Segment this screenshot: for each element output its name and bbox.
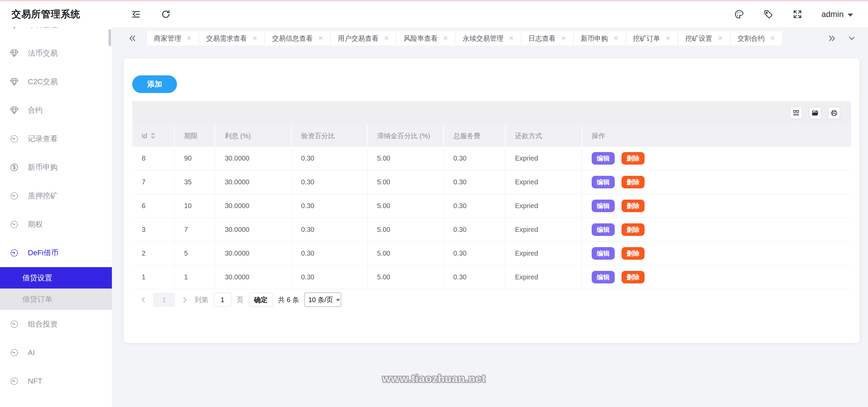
tab-交割合约[interactable]: 交割合约✕: [731, 31, 782, 45]
chevron-down-icon: [847, 34, 856, 43]
page-unit-label: 页: [237, 295, 243, 304]
sidebar: 币种管理法币交易C2C交易合约记录查看新币申购质押挖矿期权DeFi借币借贷设置借…: [0, 27, 112, 407]
column-header-期限: 期限: [175, 125, 215, 147]
delete-button[interactable]: 删除: [622, 271, 645, 283]
print-button[interactable]: [828, 107, 840, 119]
tab-挖矿订单[interactable]: 挖矿订单✕: [626, 31, 677, 45]
delete-button[interactable]: 删除: [622, 247, 645, 260]
tabs-scroll-right-button[interactable]: [827, 34, 837, 43]
sidebar-scrollbar[interactable]: [108, 29, 111, 46]
sidebar-subitem-借贷设置[interactable]: 借贷设置: [0, 267, 112, 289]
tab-交易信息查看[interactable]: 交易信息查看✕: [265, 31, 330, 45]
edit-button[interactable]: 编辑: [592, 200, 615, 212]
tab-交易需求查看[interactable]: 交易需求查看✕: [199, 31, 264, 45]
delete-button[interactable]: 删除: [622, 200, 645, 212]
sidebar-item-C2C交易[interactable]: C2C交易: [0, 68, 112, 96]
tab-close-icon[interactable]: ✕: [318, 35, 323, 41]
table-cell: 7: [132, 170, 175, 194]
column-header-id[interactable]: id: [132, 125, 175, 147]
edit-button[interactable]: 编辑: [592, 176, 615, 188]
sidebar-item-法币交易[interactable]: 法币交易: [0, 39, 112, 68]
theme-palette-button[interactable]: [734, 9, 744, 19]
current-page[interactable]: 1: [153, 293, 175, 307]
confirm-button[interactable]: 确定: [249, 293, 273, 307]
table-row: 89030.00000.305.000.30Expried编辑删除: [132, 147, 851, 170]
goto-page-input[interactable]: [214, 293, 231, 307]
tab-风险率查看[interactable]: 风险率查看✕: [397, 31, 455, 45]
sidebar-item-质押挖矿[interactable]: 质押挖矿: [0, 182, 112, 210]
table-row: 3730.00000.305.000.30Expired编辑删除: [132, 218, 851, 242]
tabs-scroll-left-button[interactable]: [127, 34, 137, 43]
tabs-dropdown-button[interactable]: [847, 34, 856, 43]
gem-icon: [9, 77, 19, 87]
tab-label: 日志查看: [529, 34, 556, 43]
sidebar-item-记录查看[interactable]: 记录查看: [0, 125, 112, 153]
tab-close-icon[interactable]: ✕: [666, 35, 671, 41]
edit-button[interactable]: 编辑: [592, 247, 615, 260]
refresh-button[interactable]: [161, 9, 171, 19]
page-size-select[interactable]: 10 条/页: [304, 293, 341, 307]
tab-close-icon[interactable]: ✕: [443, 35, 448, 41]
table-cell: 5.00: [368, 218, 444, 241]
tab-日志查看[interactable]: 日志查看✕: [522, 31, 573, 45]
table-cell: 0.30: [444, 265, 506, 289]
tab-close-icon[interactable]: ✕: [509, 35, 514, 41]
tab-close-icon[interactable]: ✕: [186, 35, 192, 41]
export-button[interactable]: [809, 107, 821, 119]
tab-close-icon[interactable]: ✕: [718, 35, 723, 41]
column-header-总服务费: 总服务费: [444, 125, 506, 147]
tab-close-icon[interactable]: ✕: [384, 35, 389, 41]
next-page-button[interactable]: [180, 295, 189, 304]
column-label: 利息 (%): [225, 131, 251, 141]
table-cell: 0.30: [292, 218, 368, 241]
export-icon: [811, 109, 819, 117]
sidebar-item-AI[interactable]: AI: [0, 338, 112, 367]
sidebar-item-合约[interactable]: 合约: [0, 96, 112, 125]
tab-挖矿设置[interactable]: 挖矿设置✕: [678, 31, 730, 45]
column-header-验资百分比: 验资百分比: [292, 125, 368, 147]
sort-carets-icon[interactable]: [151, 132, 155, 139]
tab-close-icon[interactable]: ✕: [252, 35, 257, 41]
timer-icon: [9, 191, 19, 201]
sidebar-collapse-button[interactable]: [131, 9, 141, 19]
delete-button[interactable]: 删除: [622, 152, 645, 165]
column-label: 滞纳金百分比 (%): [377, 131, 430, 141]
main-area: 商家管理✕交易需求查看✕交易信息查看✕用户交易查看✕风险率查看✕永续交易管理✕日…: [112, 27, 868, 407]
edit-button[interactable]: 编辑: [592, 223, 615, 236]
table-header: id期限利息 (%)验资百分比滞纳金百分比 (%)总服务费还款方式操作: [132, 125, 851, 147]
delete-button[interactable]: 删除: [622, 223, 645, 236]
column-header-还款方式: 还款方式: [506, 125, 582, 147]
column-display-button[interactable]: [790, 107, 802, 119]
sidebar-item-NFT[interactable]: NFT: [0, 367, 112, 395]
tag-button[interactable]: [763, 9, 773, 19]
sidebar-item-组合投资[interactable]: 组合投资: [0, 310, 112, 338]
tab-label: 永续交易管理: [462, 34, 503, 43]
column-display-icon: [792, 109, 800, 117]
prev-page-button[interactable]: [139, 295, 148, 304]
edit-button[interactable]: 编辑: [592, 152, 615, 165]
fullscreen-button[interactable]: [792, 9, 803, 19]
column-label: 操作: [592, 131, 605, 141]
tab-永续交易管理[interactable]: 永续交易管理✕: [456, 31, 520, 45]
tab-close-icon[interactable]: ✕: [561, 35, 566, 41]
tab-新币申购[interactable]: 新币申购✕: [574, 31, 625, 45]
edit-button[interactable]: 编辑: [592, 271, 615, 283]
sidebar-item-期权[interactable]: 期权: [0, 210, 112, 239]
sidebar-subitem-借贷订单[interactable]: 借贷订单: [0, 289, 112, 310]
tab-close-icon[interactable]: ✕: [613, 35, 618, 41]
sidebar-item-DeFi借币[interactable]: DeFi借币: [0, 239, 112, 267]
tab-close-icon[interactable]: ✕: [770, 35, 775, 41]
sidebar-item-新币申购[interactable]: 新币申购: [0, 153, 112, 182]
delete-button[interactable]: 删除: [622, 176, 645, 188]
user-menu[interactable]: admin: [822, 10, 853, 19]
table-cell: 0.30: [444, 194, 506, 218]
column-label: 验资百分比: [301, 131, 335, 141]
add-button[interactable]: 添加: [132, 75, 177, 93]
goto-label: 到第: [195, 295, 208, 304]
tab-label: 商家管理: [154, 34, 181, 43]
table-toolbar: [132, 101, 851, 125]
tab-用户交易查看[interactable]: 用户交易查看✕: [331, 31, 396, 45]
tab-商家管理[interactable]: 商家管理✕: [147, 31, 198, 45]
table-cell: 0.30: [444, 218, 506, 241]
sidebar-item-币种管理[interactable]: 币种管理: [0, 27, 112, 39]
